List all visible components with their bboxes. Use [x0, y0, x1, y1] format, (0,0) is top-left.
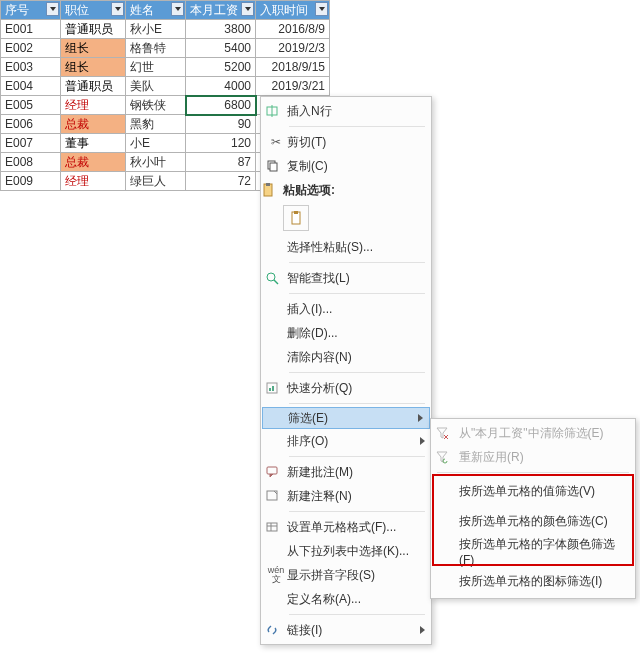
- cell[interactable]: 秋小叶: [126, 153, 186, 172]
- cell[interactable]: 87: [186, 153, 256, 172]
- cell[interactable]: 组长: [61, 39, 126, 58]
- paste-normal-button[interactable]: [283, 205, 309, 231]
- filter-dropdown-icon[interactable]: [171, 2, 184, 16]
- menu-filter[interactable]: 筛选(E): [262, 407, 430, 429]
- menu-quick-analysis[interactable]: 快速分析(Q): [261, 376, 431, 400]
- cell[interactable]: 2019/3/21: [256, 77, 330, 96]
- paste-options-label: 粘贴选项:: [283, 178, 431, 201]
- filter-dropdown-icon[interactable]: [46, 2, 59, 16]
- menu-link[interactable]: 链接(I): [261, 618, 431, 642]
- cell[interactable]: E003: [1, 58, 61, 77]
- menu-clear[interactable]: 清除内容(N): [261, 345, 431, 369]
- filter-dropdown-icon[interactable]: [241, 2, 254, 16]
- cell[interactable]: 绿巨人: [126, 172, 186, 191]
- link-icon: [265, 623, 287, 637]
- cell[interactable]: 72: [186, 172, 256, 191]
- cell[interactable]: 2016/8/9: [256, 20, 330, 39]
- cell[interactable]: 美队: [126, 77, 186, 96]
- column-header[interactable]: 姓名: [126, 1, 186, 20]
- column-header-label: 入职时间: [260, 3, 308, 17]
- menu-define-name[interactable]: 定义名称(A)...: [261, 587, 431, 611]
- column-header-label: 本月工资: [190, 3, 238, 17]
- menu-format-cells[interactable]: 设置单元格格式(F)...: [261, 515, 431, 539]
- format-icon: [265, 520, 287, 534]
- submenu-filter-by-font-color[interactable]: 按所选单元格的字体颜色筛选(F): [431, 536, 635, 566]
- cell[interactable]: 5400: [186, 39, 256, 58]
- comment-icon: [265, 465, 287, 479]
- svg-line-9: [274, 280, 278, 284]
- cell[interactable]: 总裁: [61, 115, 126, 134]
- cell[interactable]: 钢铁侠: [126, 96, 186, 115]
- menu-label: 插入(I)...: [287, 301, 413, 318]
- cell[interactable]: 90: [186, 115, 256, 134]
- cell[interactable]: 小E: [126, 134, 186, 153]
- cell[interactable]: 4000: [186, 77, 256, 96]
- note-icon: [265, 489, 287, 503]
- menu-insert[interactable]: 插入(I)...: [261, 297, 431, 321]
- quick-analysis-icon: [265, 381, 287, 395]
- filter-dropdown-icon[interactable]: [111, 2, 124, 16]
- svg-point-8: [267, 273, 275, 281]
- column-header[interactable]: 序号: [1, 1, 61, 20]
- submenu-reapply[interactable]: 重新应用(R): [431, 445, 635, 469]
- menu-sort[interactable]: 排序(O): [261, 429, 431, 453]
- cell[interactable]: 120: [186, 134, 256, 153]
- cell[interactable]: 6800: [186, 96, 256, 115]
- menu-label: 显示拼音字段(S): [287, 567, 413, 584]
- cell[interactable]: 董事: [61, 134, 126, 153]
- menu-label: 按所选单元格的颜色筛选(C): [459, 513, 617, 530]
- cell[interactable]: 经理: [61, 172, 126, 191]
- cell[interactable]: E001: [1, 20, 61, 39]
- filter-dropdown-icon[interactable]: [315, 2, 328, 16]
- cell[interactable]: E004: [1, 77, 61, 96]
- table-row: E001普通职员秋小E38002016/8/9: [1, 20, 330, 39]
- column-header-label: 序号: [5, 3, 29, 17]
- menu-delete[interactable]: 删除(D)...: [261, 321, 431, 345]
- submenu-filter-by-icon[interactable]: 按所选单元格的图标筛选(I): [431, 566, 635, 596]
- cell[interactable]: 幻世: [126, 58, 186, 77]
- submenu-filter-by-value[interactable]: 按所选单元格的值筛选(V): [431, 476, 635, 506]
- menu-label: 筛选(E): [288, 410, 411, 427]
- cell[interactable]: 5200: [186, 58, 256, 77]
- cell[interactable]: E005: [1, 96, 61, 115]
- menu-copy[interactable]: 复制(C): [261, 154, 431, 178]
- cell[interactable]: 普通职员: [61, 20, 126, 39]
- column-header[interactable]: 职位: [61, 1, 126, 20]
- menu-cut[interactable]: ✂ 剪切(T): [261, 130, 431, 154]
- cell[interactable]: E007: [1, 134, 61, 153]
- cell[interactable]: 秋小E: [126, 20, 186, 39]
- menu-smart-lookup[interactable]: 智能查找(L): [261, 266, 431, 290]
- cell[interactable]: E002: [1, 39, 61, 58]
- cell[interactable]: 经理: [61, 96, 126, 115]
- cell[interactable]: E009: [1, 172, 61, 191]
- menu-label: 新建注释(N): [287, 488, 413, 505]
- menu-insert-rows[interactable]: 插入N行: [261, 99, 431, 123]
- cell[interactable]: 3800: [186, 20, 256, 39]
- cell[interactable]: E006: [1, 115, 61, 134]
- submenu-filter-by-color[interactable]: 按所选单元格的颜色筛选(C): [431, 506, 635, 536]
- svg-rect-11: [269, 388, 271, 391]
- submenu-clear-filter[interactable]: 从"本月工资"中清除筛选(E): [431, 421, 635, 445]
- column-header[interactable]: 入职时间: [256, 1, 330, 20]
- menu-label: 智能查找(L): [287, 270, 413, 287]
- cell[interactable]: E008: [1, 153, 61, 172]
- cell[interactable]: 2018/9/15: [256, 58, 330, 77]
- menu-label: 快速分析(Q): [287, 380, 413, 397]
- svg-rect-3: [270, 163, 277, 171]
- cell[interactable]: 组长: [61, 58, 126, 77]
- cell[interactable]: 黑豹: [126, 115, 186, 134]
- menu-new-comment[interactable]: 新建批注(M): [261, 460, 431, 484]
- menu-dropdown-pick[interactable]: 从下拉列表中选择(K)...: [261, 539, 431, 563]
- cell[interactable]: 总裁: [61, 153, 126, 172]
- cell[interactable]: 格鲁特: [126, 39, 186, 58]
- menu-new-note[interactable]: 新建注释(N): [261, 484, 431, 508]
- menu-paste-special[interactable]: 选择性粘贴(S)...: [261, 235, 431, 259]
- cell[interactable]: 2019/2/3: [256, 39, 330, 58]
- column-header[interactable]: 本月工资: [186, 1, 256, 20]
- cell[interactable]: 普通职员: [61, 77, 126, 96]
- menu-label: 新建批注(M): [287, 464, 413, 481]
- menu-show-pinyin[interactable]: wén文 显示拼音字段(S): [261, 563, 431, 587]
- menu-label: 选择性粘贴(S)...: [287, 239, 413, 256]
- menu-label: 按所选单元格的图标筛选(I): [459, 573, 617, 590]
- context-menu: 插入N行 ✂ 剪切(T) 复制(C) 粘贴选项: 选择性粘贴(S)...: [260, 96, 432, 645]
